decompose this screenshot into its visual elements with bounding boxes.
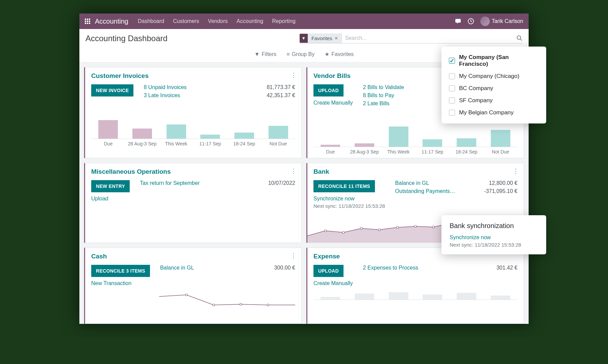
bar-label: 18-24 Sep (450, 149, 484, 155)
bar-label: Due (313, 149, 348, 155)
synchronize-now-link[interactable]: Synchronize now (313, 196, 385, 202)
card-title: Bank (313, 168, 517, 175)
bar-label: 18-24 Sep (227, 141, 261, 146)
balance-gl-link[interactable]: Balance in GL (160, 265, 194, 271)
topbar: Accounting Dashboard Customers Vendors A… (79, 13, 529, 29)
card-title: Cash (91, 253, 295, 260)
favorites-button[interactable]: ★Favorites (325, 51, 354, 57)
card-expense: Expense UPLOAD Create Manually 2 Expense… (306, 248, 524, 324)
messages-icon[interactable] (455, 18, 461, 24)
nav-vendors[interactable]: Vendors (208, 18, 228, 24)
avatar (480, 17, 490, 26)
late-invoices-link[interactable]: 3 Late Invoices (144, 92, 186, 99)
svg-point-7 (414, 225, 416, 227)
svg-point-13 (212, 304, 214, 306)
popup-title: Bank synchronization (450, 222, 538, 230)
next-sync-text: Next sync: 11/18/2022 15:53:28 (313, 203, 385, 209)
app-brand: Accounting (95, 18, 128, 25)
svg-point-5 (378, 229, 380, 231)
svg-point-1 (517, 36, 521, 39)
close-icon[interactable]: ✕ (334, 36, 338, 41)
new-transaction-link[interactable]: New Transaction (91, 280, 150, 286)
bills-pay-link[interactable]: 8 Bills to Pay (363, 92, 404, 99)
svg-point-2 (324, 230, 326, 232)
svg-point-15 (267, 304, 269, 306)
svg-point-14 (240, 303, 242, 305)
kebab-icon[interactable]: ⋮ (290, 72, 297, 79)
card-title: Customer Invoices (91, 72, 295, 80)
bar-label: Not Due (261, 141, 295, 146)
subbar: Accounting Dashboard ▾ Favorites✕ (79, 29, 529, 48)
nav-accounting[interactable]: Accounting (236, 18, 263, 24)
checkbox-icon (449, 97, 455, 104)
create-manually-link[interactable]: Create Manually (313, 100, 353, 106)
search-icon[interactable] (516, 35, 523, 41)
late-bills-link[interactable]: 2 Late Bills (363, 101, 404, 107)
card-cash: ⋮ Cash RECONCILE 3 ITEMS New Transaction… (84, 248, 302, 324)
search-bar: ▾ Favorites✕ (300, 33, 523, 44)
invoices-bar-chart (91, 109, 295, 139)
cash-line-chart (91, 293, 295, 320)
user-menu[interactable]: Tarik Carlson (480, 17, 523, 26)
checkbox-icon: ✓ (449, 58, 455, 64)
apps-grid-icon[interactable] (85, 19, 90, 24)
company-selector-popup: ✓My Company (San Francisco) My Company (… (441, 47, 546, 123)
nav-dashboard[interactable]: Dashboard (138, 18, 164, 24)
late-amount: 42,351.37 € (267, 92, 295, 99)
outstanding-value: -371,095.10 € (484, 188, 517, 194)
card-misc-operations: ⋮ Miscellaneous Operations NEW ENTRY Upl… (84, 163, 302, 243)
bar-label: 11-17 Sep (193, 141, 227, 146)
company-option[interactable]: ✓My Company (San Francisco) (449, 51, 539, 70)
reconcile-button[interactable]: RECONCILE 3 ITEMS (91, 265, 150, 277)
upload-button[interactable]: UPLOAD (313, 265, 344, 277)
upload-link[interactable]: Upload (91, 196, 130, 202)
tax-return-link[interactable]: Tax return for September (140, 180, 200, 186)
next-sync-text: Next sync: 11/18/2022 15:53:28 (450, 242, 538, 248)
kebab-icon[interactable]: ⋮ (290, 252, 297, 259)
company-option[interactable]: BC Company (449, 82, 539, 94)
bar-label: 28 Aug-3 Sep (348, 149, 382, 155)
kebab-icon[interactable]: ⋮ (513, 167, 519, 175)
expense-bar-chart (313, 290, 517, 300)
user-name: Tarik Carlson (492, 18, 523, 24)
nav-reporting[interactable]: Reporting (272, 18, 296, 24)
filter-chip-favorites[interactable]: ▾ Favorites✕ (300, 34, 342, 43)
unpaid-amount: 81,773.37 € (267, 84, 295, 90)
bar-label: 11-17 Sep (415, 149, 450, 155)
svg-point-8 (432, 226, 434, 228)
bills-validate-link[interactable]: 2 Bills to Validate (363, 84, 404, 90)
expenses-process-link[interactable]: 2 Expenses to Process (363, 265, 419, 271)
company-option[interactable]: SF Company (449, 94, 539, 107)
page-title: Accounting Dashboard (85, 34, 168, 43)
card-title: Miscellaneous Operations (91, 168, 295, 175)
new-invoice-button[interactable]: NEW INVOICE (91, 84, 133, 96)
kebab-icon[interactable]: ⋮ (290, 167, 297, 175)
reconcile-button[interactable]: RECONCILE 11 ITEMS (313, 180, 375, 192)
upload-button[interactable]: UPLOAD (313, 84, 344, 96)
filters-button[interactable]: ▼Filters (254, 51, 276, 57)
bar-label: This Week (381, 149, 415, 155)
clock-icon[interactable] (467, 18, 474, 25)
funnel-icon: ▾ (300, 34, 308, 43)
outstanding-payments-link[interactable]: Outstanding Payments… (395, 188, 455, 194)
checkbox-icon (449, 110, 455, 116)
star-icon: ★ (325, 51, 329, 57)
balance-gl-link[interactable]: Balance in GL (395, 180, 455, 186)
company-option[interactable]: My Company (Chicago) (449, 70, 539, 82)
checkbox-icon (449, 73, 455, 79)
create-manually-link[interactable]: Create Manually (313, 280, 353, 286)
company-option[interactable]: My Belgian Company (449, 107, 539, 119)
nav-customers[interactable]: Customers (173, 18, 199, 24)
groupby-button[interactable]: ≡Group By (286, 51, 314, 57)
new-entry-button[interactable]: NEW ENTRY (91, 180, 130, 192)
search-input[interactable] (342, 33, 516, 43)
tax-return-date: 10/07/2022 (268, 180, 295, 186)
svg-point-6 (396, 226, 398, 228)
balance-gl-value: 12,800.00 € (484, 180, 517, 186)
unpaid-invoices-link[interactable]: 8 Unpaid Invoices (144, 84, 186, 90)
synchronize-now-link[interactable]: Synchronize now (450, 234, 491, 240)
card-customer-invoices: ⋮ Customer Invoices NEW INVOICE 8 Unpaid… (84, 67, 302, 158)
layers-icon: ≡ (286, 51, 289, 57)
main-nav: Dashboard Customers Vendors Accounting R… (138, 18, 296, 24)
svg-point-4 (360, 227, 362, 229)
